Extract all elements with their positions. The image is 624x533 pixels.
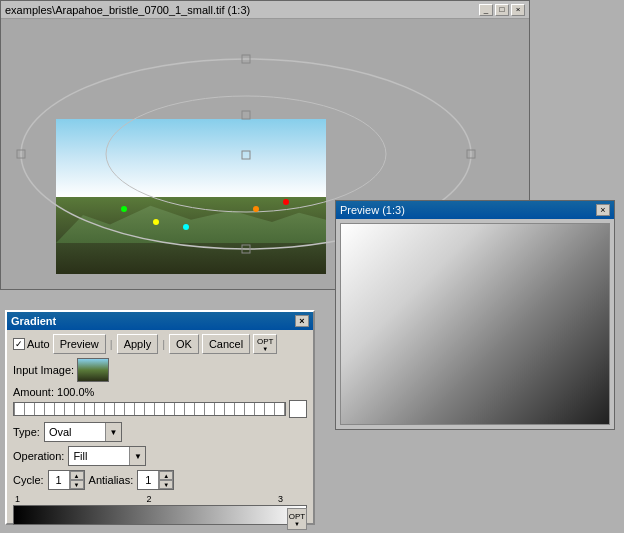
separator2: | xyxy=(162,338,165,350)
gradient-dialog-titlebar: Gradient × xyxy=(7,312,313,330)
amount-row: Amount: 100.0% xyxy=(13,386,307,418)
preview-title: Preview (1:3) xyxy=(340,204,405,216)
antialias-spinner-arrows: ▲ ▼ xyxy=(158,471,173,489)
preview-canvas xyxy=(340,223,610,425)
preview-button[interactable]: Preview xyxy=(53,334,106,354)
operation-value: Fill xyxy=(69,450,129,462)
input-image-thumbnail xyxy=(77,358,109,382)
antialias-label: Antialias: xyxy=(89,474,134,486)
close-button[interactable]: × xyxy=(511,4,525,16)
antialias-spinner[interactable]: 1 ▲ ▼ xyxy=(137,470,174,490)
preview-gradient-display xyxy=(341,224,609,424)
svg-point-10 xyxy=(253,206,259,212)
gradient-number-2: 2 xyxy=(146,494,151,504)
cycle-antialias-row: Cycle: 1 ▲ ▼ Antialias: 1 ▲ ▼ xyxy=(13,470,307,490)
amount-slider[interactable] xyxy=(13,402,286,416)
auto-checkbox-label: ✓ Auto xyxy=(13,338,50,350)
antialias-down-arrow[interactable]: ▼ xyxy=(159,480,173,489)
gradient-number-1: 1 xyxy=(15,494,20,504)
cycle-down-arrow[interactable]: ▼ xyxy=(70,480,84,489)
main-titlebar: examples\Arapahoe_bristle_0700_1_small.t… xyxy=(1,1,529,19)
cycle-label: Cycle: xyxy=(13,474,44,486)
gradient-number-3: 3 xyxy=(278,494,283,504)
preview-close-button[interactable]: × xyxy=(596,204,610,216)
preview-window: Preview (1:3) × xyxy=(335,200,615,430)
operation-dropdown-arrow[interactable]: ▼ xyxy=(129,447,145,465)
opt-button-top[interactable]: OPT ▼ xyxy=(253,334,277,354)
main-window-controls: _ □ × xyxy=(479,4,525,16)
cancel-button[interactable]: Cancel xyxy=(202,334,250,354)
minimize-button[interactable]: _ xyxy=(479,4,493,16)
svg-point-9 xyxy=(183,224,189,230)
gradient-bar-numbers: 1 2 3 xyxy=(13,494,307,504)
gradient-dialog-title: Gradient xyxy=(11,315,56,327)
svg-rect-12 xyxy=(242,111,250,119)
cycle-spinner[interactable]: 1 ▲ ▼ xyxy=(48,470,85,490)
gradient-bar-row: 1 2 3 OPT ▼ xyxy=(13,494,307,525)
type-select[interactable]: Oval ▼ xyxy=(44,422,122,442)
cycle-value: 1 xyxy=(49,474,69,486)
svg-point-1 xyxy=(106,96,386,212)
apply-button[interactable]: Apply xyxy=(117,334,159,354)
antialias-value: 1 xyxy=(138,474,158,486)
gradient-bar[interactable] xyxy=(13,505,307,525)
type-label: Type: xyxy=(13,426,40,438)
gradient-dialog: Gradient × ✓ Auto Preview | Apply | OK C… xyxy=(5,310,315,525)
amount-label: Amount: 100.0% xyxy=(13,386,307,398)
antialias-up-arrow[interactable]: ▲ xyxy=(159,471,173,480)
cycle-up-arrow[interactable]: ▲ xyxy=(70,471,84,480)
auto-label: Auto xyxy=(27,338,50,350)
auto-checkbox[interactable]: ✓ xyxy=(13,338,25,350)
svg-point-11 xyxy=(283,199,289,205)
type-value: Oval xyxy=(45,426,105,438)
gradient-close-button[interactable]: × xyxy=(295,315,309,327)
input-image-row: Input Image: xyxy=(13,358,307,382)
gradient-dialog-body: ✓ Auto Preview | Apply | OK Cancel OPT ▼ xyxy=(7,330,313,529)
maximize-button[interactable]: □ xyxy=(495,4,509,16)
svg-point-7 xyxy=(121,206,127,212)
amount-slider-container xyxy=(13,400,307,418)
controls-row: ✓ Auto Preview | Apply | OK Cancel OPT ▼ xyxy=(13,334,307,354)
operation-row: Operation: Fill ▼ xyxy=(13,446,307,466)
type-row: Type: Oval ▼ xyxy=(13,422,307,442)
operation-label: Operation: xyxy=(13,450,64,462)
input-image-label: Input Image: xyxy=(13,364,74,376)
preview-titlebar: Preview (1:3) × xyxy=(336,201,614,219)
operation-select[interactable]: Fill ▼ xyxy=(68,446,146,466)
separator: | xyxy=(110,338,113,350)
slider-value-box xyxy=(289,400,307,418)
gradient-bar-opt-button[interactable]: OPT ▼ xyxy=(287,508,307,530)
main-window-title: examples\Arapahoe_bristle_0700_1_small.t… xyxy=(5,4,250,16)
svg-rect-6 xyxy=(242,151,250,159)
slider-ticks xyxy=(14,403,285,415)
svg-point-8 xyxy=(153,219,159,225)
ok-button[interactable]: OK xyxy=(169,334,199,354)
type-dropdown-arrow[interactable]: ▼ xyxy=(105,423,121,441)
cycle-spinner-arrows: ▲ ▼ xyxy=(69,471,84,489)
